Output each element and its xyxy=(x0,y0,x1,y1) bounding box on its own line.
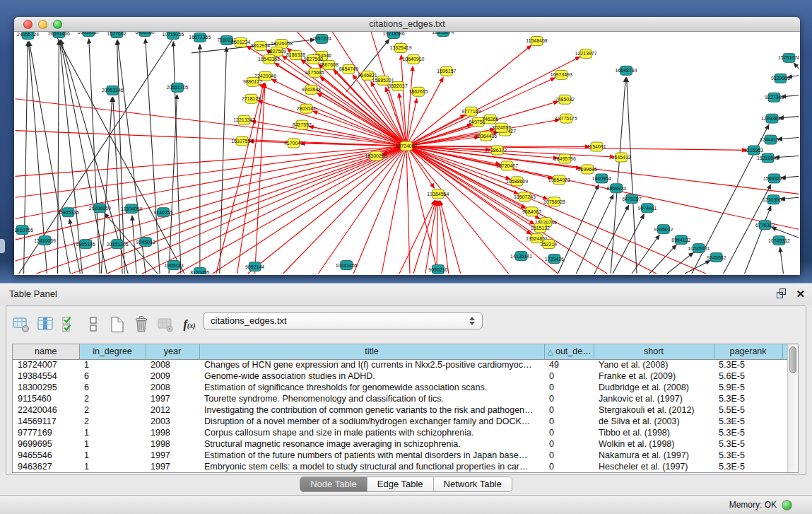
table-cell[interactable]: 2 xyxy=(79,416,146,427)
graph-node[interactable]: 7485032 xyxy=(555,95,575,104)
graph-node[interactable]: 9090210 xyxy=(428,265,447,274)
table-cell[interactable]: 0 xyxy=(544,461,594,472)
column-header-in_degree[interactable]: in_degree xyxy=(79,344,146,359)
graph-edge[interactable] xyxy=(406,146,410,274)
graph-node[interactable]: 6466160 xyxy=(136,32,155,36)
graph-node[interactable]: 1862615 xyxy=(408,87,428,96)
network-graph[interactable]: 2405572420691406106532871527602646616010… xyxy=(15,32,799,274)
table-row[interactable]: 2242004622012Investigating the contribut… xyxy=(13,404,787,416)
network-view-window[interactable]: citations_edges.txt 24055724206914061065… xyxy=(14,17,800,275)
graph-node[interactable]: 10653287 xyxy=(78,32,100,36)
graph-node[interactable]: 18313074 xyxy=(432,32,454,36)
table-cell[interactable]: 0 xyxy=(544,438,594,450)
table-cell[interactable]: 9699695 xyxy=(13,438,79,450)
table-cell[interactable]: 0 xyxy=(544,393,594,404)
table-cell[interactable]: 5.3E-5 xyxy=(714,427,782,438)
graph-edge[interactable] xyxy=(406,66,413,146)
table-row[interactable]: 1456911722003Disruption of a novel membe… xyxy=(13,416,787,427)
table-cell[interactable]: 19384554 xyxy=(13,370,79,382)
graph-node[interactable]: 16671355 xyxy=(189,33,211,42)
table-row[interactable]: 1938455462009Genome-wide association stu… xyxy=(13,370,787,382)
column-header-short[interactable]: short xyxy=(594,344,714,359)
table-cell[interactable]: 2008 xyxy=(146,382,199,393)
graph-edge[interactable] xyxy=(437,201,438,274)
graph-node[interactable]: 252214 xyxy=(541,240,557,249)
graph-node[interactable]: 9474411 xyxy=(638,204,657,213)
graph-node[interactable]: 18495796 xyxy=(554,154,576,163)
tab-node-table[interactable]: Node Table xyxy=(300,477,367,491)
graph-node[interactable]: 9092144 xyxy=(245,262,264,271)
graph-node[interactable]: 4170041 xyxy=(284,139,303,148)
graph-node[interactable]: 9245012 xyxy=(654,225,673,234)
table-cell[interactable]: 9463627 xyxy=(13,461,79,472)
graph-node[interactable]: 12213343 xyxy=(233,115,255,124)
graph-edge[interactable] xyxy=(745,206,771,274)
graph-node[interactable]: 1154091 xyxy=(587,142,606,151)
table-cell[interactable]: 0 xyxy=(544,450,594,461)
table-cell[interactable]: Estimation of the future numbers of pati… xyxy=(199,450,544,461)
table-cell[interactable]: Embryonic stem cells: a model to study s… xyxy=(199,461,544,472)
table-cell[interactable]: 5.6E-5 xyxy=(714,370,782,382)
table-cell[interactable]: Dudbridge et al. (2008) xyxy=(594,382,714,393)
graph-edge[interactable] xyxy=(16,146,406,219)
table-cell[interactable]: 5.3E-5 xyxy=(714,393,782,404)
graph-edge[interactable] xyxy=(440,201,461,274)
graph-edge[interactable] xyxy=(24,42,28,274)
column-header-out_de[interactable]: △out_de… xyxy=(544,344,594,359)
column-header-pagerank[interactable]: pagerank xyxy=(714,344,782,359)
delete-column-button[interactable] xyxy=(131,314,152,335)
minimize-window-button[interactable] xyxy=(38,20,47,29)
table-row[interactable]: 1830029562008Estimation of significance … xyxy=(13,382,787,393)
table-cell[interactable]: 5.3E-5 xyxy=(714,359,782,370)
table-cell[interactable]: Nakamura et al. (1997) xyxy=(594,450,714,461)
new-column-button[interactable] xyxy=(107,314,128,335)
table-cell[interactable]: 2 xyxy=(79,404,146,416)
table-cell[interactable]: Changes of HCN gene expression and I(f) … xyxy=(199,359,544,370)
graph-node[interactable]: 10719155 xyxy=(162,32,184,39)
table-cell[interactable]: 2012 xyxy=(146,404,199,416)
table-cell[interactable]: 5.3E-5 xyxy=(714,438,782,450)
table-cell[interactable]: 0 xyxy=(544,404,594,416)
graph-node[interactable]: 18010755 xyxy=(15,226,33,235)
graph-node[interactable]: 8215953 xyxy=(744,146,763,155)
table-row[interactable]: 946554611997Estimation of the future num… xyxy=(13,450,787,461)
table-cell[interactable]: 1 xyxy=(79,427,146,438)
table-cell[interactable]: Tibbo et al. (1998) xyxy=(594,427,714,438)
float-window-icon[interactable] xyxy=(777,288,787,299)
graph-node[interactable]: 11548408 xyxy=(526,36,548,45)
graph-edge[interactable] xyxy=(60,40,107,274)
table-cell[interactable]: 5.3E-5 xyxy=(714,450,782,461)
graph-node[interactable]: 12213977 xyxy=(575,49,597,58)
tab-network-table[interactable]: Network Table xyxy=(433,477,512,491)
graph-edge[interactable] xyxy=(780,247,784,274)
table-cell[interactable]: 1998 xyxy=(146,427,199,438)
graph-node[interactable]: 12410059 xyxy=(34,236,56,245)
table-cell[interactable]: 1 xyxy=(79,461,146,472)
graph-edge[interactable] xyxy=(213,146,406,274)
graph-node[interactable]: 13325419 xyxy=(390,43,412,52)
graph-node[interactable]: 1645412 xyxy=(612,153,631,162)
table-cell[interactable]: Estimation of significance thresholds fo… xyxy=(199,382,544,393)
table-cell[interactable]: 5.3E-5 xyxy=(714,461,782,472)
graph-edge[interactable] xyxy=(558,185,599,274)
graph-node[interactable]: 15693231 xyxy=(763,174,785,183)
table-cell[interactable]: 0 xyxy=(544,427,594,438)
table-cell[interactable]: Genome-wide association studies in ADHD. xyxy=(199,370,544,382)
graph-node[interactable]: 20551705 xyxy=(166,83,188,92)
table-cell[interactable]: 0 xyxy=(544,382,594,393)
table-cell[interactable]: Disruption of a novel member of a sodium… xyxy=(199,416,544,427)
table-cell[interactable]: 18300295 xyxy=(13,382,79,393)
table-cell[interactable]: Corpus callosum shape and size in male p… xyxy=(199,427,544,438)
graph-edge[interactable] xyxy=(142,146,406,274)
table-cell[interactable]: Stergiakouli et al. (2012) xyxy=(594,404,714,416)
graph-node[interactable]: 11304059 xyxy=(121,204,143,214)
graph-node[interactable]: 746266 xyxy=(482,115,498,124)
graph-node[interactable]: 6776312 xyxy=(755,221,775,230)
column-header-name[interactable]: name xyxy=(13,344,79,359)
graph-node[interactable]: 14136141 xyxy=(510,252,532,261)
graph-edge[interactable] xyxy=(611,78,625,274)
tab-edge-table[interactable]: Edge Table xyxy=(367,477,433,491)
graph-edge[interactable] xyxy=(794,63,799,69)
graph-node[interactable]: 2718129 xyxy=(242,94,261,103)
graph-node[interactable]: 8186328 xyxy=(286,50,305,59)
